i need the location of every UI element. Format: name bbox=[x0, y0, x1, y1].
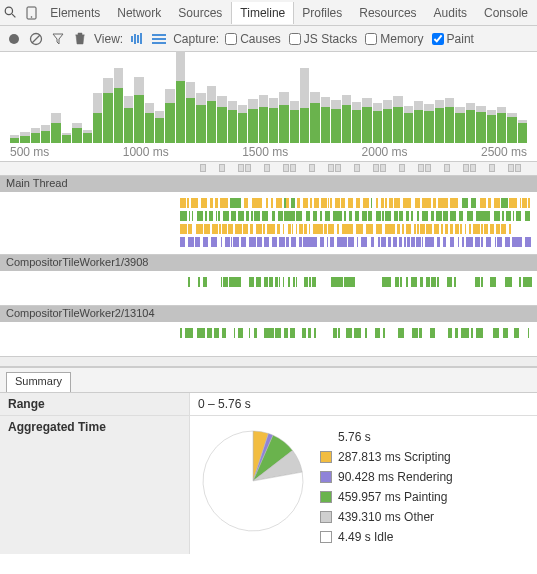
flame-slice[interactable] bbox=[249, 328, 250, 338]
flame-slice[interactable] bbox=[475, 277, 480, 287]
flame-slice[interactable] bbox=[189, 211, 190, 221]
tab-resources[interactable]: Resources bbox=[351, 2, 425, 24]
flame-slice[interactable] bbox=[337, 224, 339, 234]
flame-slice[interactable] bbox=[344, 211, 347, 221]
flame-slice[interactable] bbox=[484, 224, 488, 234]
flame-slice[interactable] bbox=[486, 237, 491, 247]
flame-slice[interactable] bbox=[283, 277, 285, 287]
flame-slice[interactable] bbox=[235, 224, 242, 234]
flame-slice[interactable] bbox=[314, 198, 319, 208]
flame-slice[interactable] bbox=[296, 211, 302, 221]
flame-slice[interactable] bbox=[382, 277, 388, 287]
flame-slice[interactable] bbox=[288, 224, 291, 234]
flame-slice[interactable] bbox=[383, 328, 385, 338]
flame-slice[interactable] bbox=[380, 224, 382, 234]
flame-slice[interactable] bbox=[249, 237, 255, 247]
flame-slice[interactable] bbox=[291, 198, 295, 208]
flame-slice[interactable] bbox=[201, 328, 205, 338]
flame-slice[interactable] bbox=[522, 328, 526, 338]
flame-slice[interactable] bbox=[212, 224, 219, 234]
flame-slice[interactable] bbox=[207, 328, 212, 338]
flame-slice[interactable] bbox=[419, 328, 422, 338]
flame-slice[interactable] bbox=[386, 224, 392, 234]
flame-slice[interactable] bbox=[408, 211, 409, 221]
flame-slice[interactable] bbox=[340, 237, 346, 247]
flame-slice[interactable] bbox=[522, 198, 527, 208]
flame-slice[interactable] bbox=[506, 211, 510, 221]
flame-slice[interactable] bbox=[198, 277, 200, 287]
flame-slice[interactable] bbox=[404, 237, 405, 247]
flame-slice[interactable] bbox=[476, 328, 483, 338]
overview-chart[interactable]: 500 ms1000 ms1500 ms2000 ms2500 ms bbox=[0, 52, 537, 162]
flame-slice[interactable] bbox=[273, 211, 275, 221]
flame-slice[interactable] bbox=[458, 237, 460, 247]
flame-slice[interactable] bbox=[269, 328, 274, 338]
flame-slice[interactable] bbox=[406, 277, 408, 287]
flame-slice[interactable] bbox=[454, 277, 456, 287]
flame-slice[interactable] bbox=[385, 211, 391, 221]
flame-slice[interactable] bbox=[490, 224, 494, 234]
flame-slice[interactable] bbox=[256, 277, 261, 287]
thread-header[interactable]: CompositorTileWorker2/13104 bbox=[0, 306, 537, 322]
flame-slice[interactable] bbox=[393, 224, 395, 234]
flame-slice[interactable] bbox=[386, 328, 392, 338]
flame-slice[interactable] bbox=[460, 224, 462, 234]
flame-slice[interactable] bbox=[297, 198, 300, 208]
flame-slice[interactable] bbox=[348, 224, 353, 234]
flame-slice[interactable] bbox=[388, 277, 391, 287]
flame-slice[interactable] bbox=[471, 328, 473, 338]
flame-slice[interactable] bbox=[426, 277, 430, 287]
flame-slice[interactable] bbox=[180, 328, 182, 338]
flame-slice[interactable] bbox=[204, 198, 207, 208]
flame-slice[interactable] bbox=[430, 328, 435, 338]
flame-slice[interactable] bbox=[368, 211, 372, 221]
flame-slice[interactable] bbox=[406, 328, 410, 338]
flame-slice[interactable] bbox=[528, 328, 530, 338]
flame-slice[interactable] bbox=[361, 237, 368, 247]
flame-slice[interactable] bbox=[222, 198, 228, 208]
flame-slice[interactable] bbox=[233, 237, 239, 247]
flame-slice[interactable] bbox=[439, 277, 444, 287]
flame-slice[interactable] bbox=[497, 237, 501, 247]
flame-slice[interactable] bbox=[395, 328, 396, 338]
flame-slice[interactable] bbox=[341, 198, 345, 208]
flame-slice[interactable] bbox=[488, 198, 491, 208]
flame-slice[interactable] bbox=[219, 224, 220, 234]
flame-slice[interactable] bbox=[481, 277, 484, 287]
flame-slice[interactable] bbox=[318, 328, 324, 338]
flame-slice[interactable] bbox=[203, 237, 209, 247]
flame-slice[interactable] bbox=[191, 198, 195, 208]
flame-slice[interactable] bbox=[427, 198, 430, 208]
flame-slice[interactable] bbox=[275, 328, 281, 338]
flame-slice[interactable] bbox=[188, 224, 192, 234]
flame-slice[interactable] bbox=[279, 277, 280, 287]
flame-slice[interactable] bbox=[445, 211, 448, 221]
flame-slice[interactable] bbox=[235, 277, 241, 287]
flame-slice[interactable] bbox=[362, 211, 367, 221]
flame-slice[interactable] bbox=[357, 237, 358, 247]
flame-slice[interactable] bbox=[330, 237, 334, 247]
flame-slice[interactable] bbox=[445, 224, 448, 234]
flame-slice[interactable] bbox=[356, 198, 360, 208]
flame-slice[interactable] bbox=[495, 237, 496, 247]
device-icon[interactable] bbox=[21, 6, 42, 20]
flame-slice[interactable] bbox=[257, 237, 262, 247]
flame-slice[interactable] bbox=[512, 237, 518, 247]
flame-slice[interactable] bbox=[250, 224, 253, 234]
flame-slice[interactable] bbox=[264, 237, 270, 247]
flame-slice[interactable] bbox=[417, 211, 419, 221]
flame-slice[interactable] bbox=[325, 211, 330, 221]
flame-slice[interactable] bbox=[348, 198, 352, 208]
flame-slice[interactable] bbox=[371, 237, 374, 247]
flame-slice[interactable] bbox=[192, 211, 193, 221]
flame-slice[interactable] bbox=[459, 277, 465, 287]
flame-slice[interactable] bbox=[337, 277, 343, 287]
flame-slice[interactable] bbox=[450, 224, 452, 234]
flame-slice[interactable] bbox=[195, 198, 198, 208]
flame-slice[interactable] bbox=[462, 198, 468, 208]
search-icon[interactable] bbox=[0, 6, 21, 19]
flame-slice[interactable] bbox=[518, 237, 522, 247]
tab-console[interactable]: Console bbox=[476, 2, 537, 24]
flame-slice[interactable] bbox=[331, 277, 337, 287]
flame-slice[interactable] bbox=[494, 198, 500, 208]
